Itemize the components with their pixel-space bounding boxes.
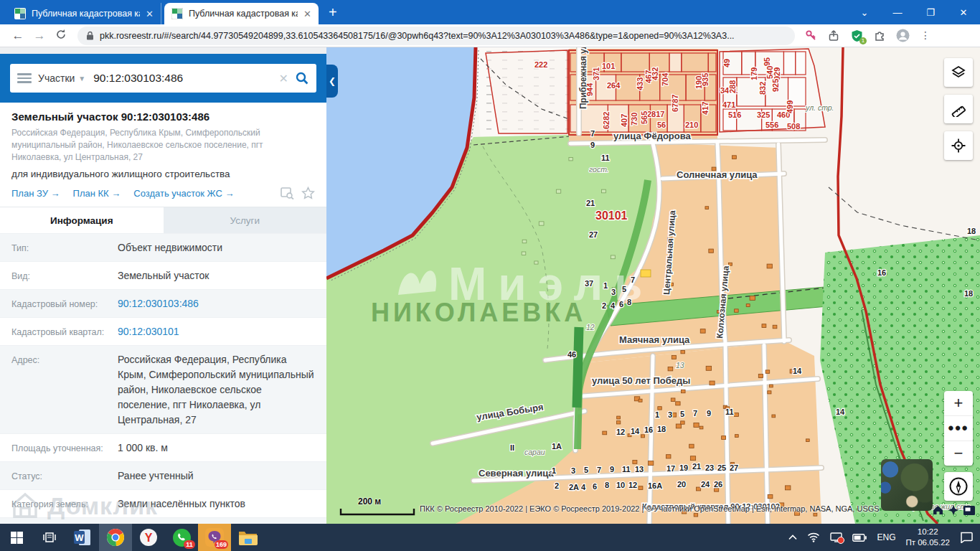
menu-hamburger-icon[interactable] (17, 73, 32, 83)
building (735, 435, 739, 438)
map-container: Миэль НИКОЛАЕВКА 30101 Прибрежная улицау… (326, 47, 980, 524)
info-row-label: Кадастровый номер: (11, 296, 118, 311)
zoom-more-button[interactable]: ••• (944, 415, 973, 441)
selected-parcel-highlight[interactable] (577, 327, 579, 408)
taskbar-viber-button[interactable]: 169 (198, 524, 231, 551)
taskbar-explorer-button[interactable] (231, 524, 264, 551)
building (785, 486, 790, 490)
rlabel-map-label: 704 (661, 72, 669, 86)
fullscreen-icon[interactable] (963, 505, 975, 518)
compass-button[interactable] (944, 472, 973, 501)
taskbar-yandex-button[interactable]: Y (132, 524, 165, 551)
back-button[interactable]: ← (7, 29, 29, 43)
cadastral-parcel[interactable] (783, 52, 795, 75)
search-box[interactable]: Участки▼ ✕ (10, 64, 316, 93)
place-label: НИКОЛАЕВКА (371, 298, 586, 327)
info-row-value: Объект недвижимости (118, 240, 315, 255)
start-button[interactable] (0, 524, 33, 551)
rlabel-map-label: 730 (630, 113, 639, 126)
tab-information[interactable]: Информация (0, 207, 164, 233)
info-rows: Тип:Объект недвижимостиВид:Земельный уча… (0, 233, 326, 524)
info-row-value: Земли населённых пунктов (118, 496, 315, 512)
plan-preview-icon[interactable] (281, 187, 294, 199)
svg-text:W: W (75, 532, 84, 543)
parcel-title: Земельный участок 90:12:030103:486 (11, 110, 315, 123)
zoom-in-button[interactable]: + (944, 391, 973, 415)
word-icon: W (73, 528, 92, 547)
tab-close-icon[interactable]: ✕ (303, 9, 311, 19)
task-view-button[interactable] (33, 524, 66, 551)
measure-button[interactable] (944, 95, 973, 123)
search-results-panel: Участки▼ ✕ Земельный участок 90:12:03010… (0, 47, 326, 524)
info-row-value[interactable]: 90:12:030101 (118, 324, 315, 339)
satellite-minimap[interactable] (881, 459, 933, 511)
building (728, 263, 732, 265)
new-tab-button[interactable]: + (329, 3, 337, 22)
notification-center-icon[interactable] (960, 532, 973, 543)
browser-tab-2[interactable]: Публичная кадастровая карта ✕ (164, 3, 319, 24)
security-alert-tray-icon[interactable] (830, 532, 842, 542)
adguard-shield-icon[interactable]: 1 (849, 29, 864, 43)
diamond-marker-icon[interactable] (948, 505, 958, 518)
tab-close-icon[interactable]: ✕ (146, 9, 154, 19)
result-action-link[interactable]: План ЗУ → (11, 188, 60, 199)
info-row-value: Земельный участок (118, 268, 315, 283)
window-minimize-button[interactable]: — (881, 7, 914, 18)
building (806, 439, 810, 442)
building (767, 264, 772, 268)
home-icon[interactable] (933, 505, 943, 518)
info-row-label: Тип: (11, 240, 118, 255)
locate-button[interactable] (944, 131, 973, 160)
building (699, 426, 703, 429)
password-key-icon[interactable] (804, 29, 818, 43)
result-action-link[interactable]: План КК → (73, 188, 121, 199)
info-row-value[interactable]: 90:12:030103:486 (118, 296, 315, 311)
share-icon[interactable] (826, 29, 841, 43)
tab-search-icon[interactable]: ⌄ (848, 7, 881, 18)
hlabel-map-label: 16А (648, 481, 662, 490)
extensions-puzzle-icon[interactable] (872, 29, 887, 43)
browser-tab-1[interactable]: Публичная кадастровая карта: П ✕ (7, 3, 161, 24)
wifi-icon[interactable] (807, 532, 820, 542)
profile-avatar-icon[interactable] (895, 29, 910, 43)
search-band: Участки▼ ✕ (0, 54, 326, 103)
rlabel-map-label: 407 (620, 114, 628, 127)
address-bar[interactable]: pkk.rosreestr.ru/#/search/44.97730549204… (77, 27, 795, 45)
hlabel-map-label: 14 (631, 427, 640, 435)
search-icon[interactable] (295, 71, 309, 85)
battery-icon[interactable] (852, 534, 867, 542)
building (772, 415, 776, 418)
window-close-button[interactable]: ✕ (947, 7, 980, 18)
hlabel-map-label: 21 (586, 199, 595, 207)
window-restore-button[interactable]: ❐ (914, 7, 947, 18)
cadastral-parcel[interactable] (669, 53, 682, 72)
result-action-link[interactable]: Создать участок ЖС → (133, 188, 234, 199)
language-indicator[interactable]: ENG (877, 532, 895, 542)
clear-search-icon[interactable]: ✕ (279, 72, 288, 85)
hlabel-map-label: 11 (725, 408, 734, 416)
info-row-label: Вид: (11, 268, 118, 283)
search-category-select[interactable]: Участки▼ (38, 72, 85, 84)
building (676, 424, 681, 428)
browser-menu-icon[interactable]: ⋮ (918, 29, 933, 43)
taskbar-clock[interactable]: 10:22 Пт 06.05.22 (906, 527, 951, 548)
taskbar-chrome-button[interactable] (99, 524, 132, 551)
hlabel-map-label: 5 (680, 410, 684, 418)
hlabel-map-label: 8 (605, 481, 609, 489)
layers-button[interactable] (944, 58, 973, 87)
hlabel-map-label: 2 (555, 481, 559, 490)
reload-button[interactable] (50, 29, 72, 43)
zoom-out-button[interactable]: − (944, 441, 973, 466)
tray-expand-icon[interactable] (788, 534, 797, 540)
search-input[interactable] (92, 71, 272, 85)
info-row-label: Категория земель: (11, 496, 118, 512)
forward-button[interactable]: → (29, 29, 50, 43)
panel-collapse-button[interactable]: ❮ (326, 65, 338, 98)
cadastral-parcel[interactable] (796, 52, 806, 75)
map-canvas[interactable]: Миэль НИКОЛАЕВКА 30101 Прибрежная улицау… (326, 47, 980, 524)
taskbar-word-button[interactable]: W (66, 524, 99, 551)
taskbar-whatsapp-button[interactable]: 11 (165, 524, 198, 551)
info-row-value: 1 000 кв. м (118, 441, 315, 456)
tab-services[interactable]: Услуги (164, 207, 327, 233)
favorite-star-icon[interactable] (301, 187, 315, 199)
